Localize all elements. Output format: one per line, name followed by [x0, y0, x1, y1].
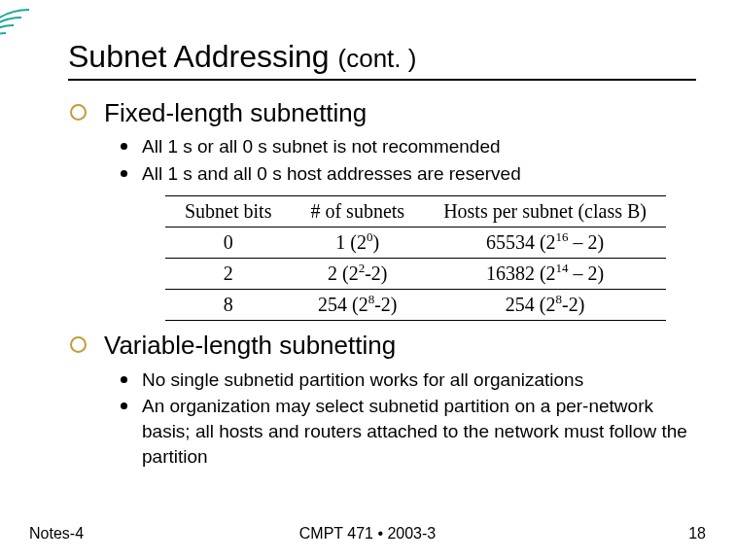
table-header-row: Subnet bits # of subnets Hosts per subne…: [165, 196, 666, 228]
cell: 254 (28-2): [291, 290, 424, 321]
cell: 16382 (214 – 2): [424, 259, 666, 290]
footer-center: CMPT 471 • 2003-3: [299, 525, 437, 542]
footer-right: 18: [688, 525, 706, 542]
cell: 254 (28-2): [424, 290, 666, 321]
cell: 8: [165, 290, 291, 321]
title-cont: (cont. ): [338, 44, 417, 73]
col-header: Subnet bits: [165, 196, 291, 228]
table-row: 2 2 (22-2) 16382 (214 – 2): [165, 259, 666, 290]
table-row: 8 254 (28-2) 254 (28-2): [165, 290, 666, 321]
footer-left: Notes-4: [29, 525, 84, 542]
list-item: An organization may select subnetid part…: [121, 394, 696, 469]
ring-bullet-icon: [70, 336, 87, 353]
cell: 2 (22-2): [291, 259, 424, 290]
title-main: Subnet Addressing: [68, 39, 338, 74]
bullet-list: No single subnetid partition works for a…: [121, 368, 696, 470]
col-header: Hosts per subnet (class B): [424, 196, 666, 228]
slide: Subnet Addressing (cont. ) Fixed-length …: [0, 0, 735, 560]
subnet-table: Subnet bits # of subnets Hosts per subne…: [165, 195, 666, 321]
section-fixed-length: Fixed-length subnetting All 1 s or all 0…: [68, 98, 696, 321]
section-header: Fixed-length subnetting: [70, 98, 696, 128]
list-item: All 1 s and all 0 s host addresses are r…: [121, 161, 696, 187]
cell: 65534 (216 – 2): [424, 228, 666, 259]
section-title: Variable-length subnetting: [104, 331, 396, 361]
table-row: 0 1 (20) 65534 (216 – 2): [165, 228, 666, 259]
list-item: All 1 s or all 0 s subnet is not recomme…: [121, 134, 696, 159]
section-variable-length: Variable-length subnetting No single sub…: [68, 331, 696, 469]
bullet-list: All 1 s or all 0 s subnet is not recomme…: [121, 134, 696, 186]
cell: 1 (20): [291, 228, 424, 259]
section-header: Variable-length subnetting: [70, 331, 696, 361]
col-header: # of subnets: [291, 196, 424, 228]
ring-bullet-icon: [70, 104, 87, 121]
cell: 2: [165, 259, 291, 290]
page-title: Subnet Addressing (cont. ): [68, 39, 696, 75]
cell: 0: [165, 228, 291, 259]
footer: Notes-4 CMPT 471 • 2003-3 18: [29, 525, 706, 542]
section-title: Fixed-length subnetting: [104, 98, 367, 128]
list-item: No single subnetid partition works for a…: [121, 368, 696, 393]
decorative-swirl-icon: [0, 0, 68, 68]
title-container: Subnet Addressing (cont. ): [68, 39, 696, 81]
